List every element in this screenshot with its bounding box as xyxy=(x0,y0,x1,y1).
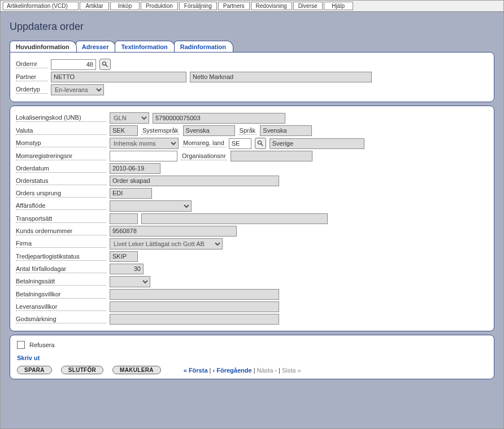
unb-label: Lokaliseringskod (UNB) xyxy=(16,114,106,122)
tredjepart-label: Tredjepartlogistikstatus xyxy=(16,253,106,261)
sprak-field: Svenska xyxy=(260,125,312,136)
firma-select[interactable]: Livet Leker Lättlagat och Gott AB xyxy=(110,238,223,249)
pager-next: Nästa › xyxy=(257,367,277,374)
menu-forsaljning[interactable]: Försäljning xyxy=(179,2,217,10)
momstyp-select[interactable]: Inhemsk moms xyxy=(110,138,179,149)
valuta-field[interactable]: SEK xyxy=(110,125,138,136)
menu-hjalp[interactable]: Hjälp xyxy=(324,2,353,10)
betsatt-select[interactable] xyxy=(110,276,150,287)
tab-adresser[interactable]: Adresser xyxy=(76,41,116,52)
tab-huvudinformation[interactable]: Huvudinformation xyxy=(10,41,77,52)
unb-value-field[interactable]: 5790000075003 xyxy=(153,113,285,124)
betvillkor-label: Betalningsvillkor xyxy=(16,291,106,299)
godsmark-field[interactable] xyxy=(110,314,279,325)
menu-artikelinfo[interactable]: Artikelinformation (VCD) xyxy=(3,2,79,10)
orgnr-label: Organisationsnr xyxy=(181,152,227,160)
orderdatum-label: Orderdatum xyxy=(16,165,106,173)
svg-point-2 xyxy=(258,141,261,145)
levvillkor-label: Leveransvillkor xyxy=(16,303,106,311)
forfall-label: Antal förfallodagar xyxy=(16,265,106,273)
menu-partners[interactable]: Partners xyxy=(218,2,250,10)
momsreg-land-name-field: Sverige xyxy=(270,138,364,149)
magnifier-icon xyxy=(257,140,264,147)
svg-line-3 xyxy=(261,144,263,146)
ordertyp-label: Ordertyp xyxy=(16,86,47,94)
momsreg-land-label: Momsreg. land xyxy=(182,139,225,147)
pager-prev[interactable]: ‹ Föregående xyxy=(213,367,252,374)
transport-label: Transportsätt xyxy=(16,215,106,223)
panel-footer: Refusera Skriv ut SPARA SLUTFÖR MAKULERA… xyxy=(10,335,494,379)
betsatt-label: Betalningssätt xyxy=(16,278,106,286)
svg-line-1 xyxy=(106,65,108,67)
refusera-checkbox[interactable] xyxy=(17,341,25,349)
affarsflode-select[interactable] xyxy=(110,200,192,212)
syssprak-label: Systemspråk xyxy=(141,127,180,135)
orderstatus-field: Order skapad xyxy=(110,176,279,186)
firma-label: Firma xyxy=(16,240,106,248)
refusera-label: Refusera xyxy=(28,342,56,349)
magnifier-icon xyxy=(102,61,108,68)
momsregnr-input[interactable] xyxy=(110,151,177,161)
kundord-field[interactable]: 9560878 xyxy=(110,226,237,237)
sprak-label: Språk xyxy=(238,127,257,135)
forfall-field[interactable]: 30 xyxy=(110,264,144,274)
page-title: Uppdatera order xyxy=(10,21,494,33)
ordertyp-select[interactable]: En-leverans xyxy=(51,84,104,95)
orderdatum-field[interactable]: 2010-06-19 xyxy=(110,163,160,174)
godsmark-label: Godsmärkning xyxy=(16,316,106,323)
orgnr-field xyxy=(231,151,312,161)
partner-label: Partner xyxy=(16,73,47,81)
unb-type-select[interactable]: GLN xyxy=(110,112,149,124)
partner-name-field: Netto Marknad xyxy=(190,72,372,82)
panel-details: Lokaliseringskod (UNB) GLN 5790000075003… xyxy=(10,106,494,331)
orderstatus-label: Orderstatus xyxy=(16,177,106,185)
partner-code-field[interactable]: NETTO xyxy=(51,72,186,82)
tab-bar: Huvudinformation Adresser Textinformatio… xyxy=(10,41,494,52)
valuta-label: Valuta xyxy=(16,127,106,135)
ursprung-field: EDI xyxy=(110,188,152,199)
pager: « Första | ‹ Föregående | Nästa › | Sist… xyxy=(184,367,301,374)
ursprung-label: Orders ursprung xyxy=(16,190,106,198)
pager-last: Sista » xyxy=(282,367,301,374)
spara-button[interactable]: SPARA xyxy=(17,366,52,374)
betvillkor-field[interactable] xyxy=(110,289,279,300)
levvillkor-field[interactable] xyxy=(110,301,279,312)
makulera-button[interactable]: MAKULERA xyxy=(112,366,161,374)
affarsflode-label: Affärsflöde xyxy=(16,202,106,210)
pager-first[interactable]: « Första xyxy=(184,367,208,374)
main-menubar: Artikelinformation (VCD) Artiklar Inköp … xyxy=(1,1,503,12)
momsreg-land-lookup-button[interactable] xyxy=(255,138,266,149)
ordernr-lookup-button[interactable] xyxy=(99,59,111,70)
syssprak-field: Svenska xyxy=(183,125,235,136)
transport-name-field xyxy=(141,213,328,224)
menu-produktion[interactable]: Produktion xyxy=(141,2,178,10)
menu-redovisning[interactable]: Redovisning xyxy=(251,2,292,10)
menu-diverse[interactable]: Diverse xyxy=(293,2,323,10)
transport-code-field[interactable] xyxy=(110,213,138,224)
tab-radinformation[interactable]: Radinformation xyxy=(174,41,233,52)
ordernr-label: Ordernr xyxy=(16,60,47,68)
ordernr-input[interactable]: 48 xyxy=(51,59,96,70)
momstyp-label: Momstyp xyxy=(16,139,106,147)
panel-basic: Ordernr 48 Partner NETTO Netto Marknad O… xyxy=(10,52,494,102)
skrivut-link[interactable]: Skriv ut xyxy=(17,354,487,361)
menu-artiklar[interactable]: Artiklar xyxy=(80,2,109,10)
menu-inkop[interactable]: Inköp xyxy=(110,2,140,10)
slutfor-button[interactable]: SLUTFÖR xyxy=(61,366,103,374)
tab-textinformation[interactable]: Textinformation xyxy=(115,41,175,52)
kundord-label: Kunds ordernummer xyxy=(16,227,106,235)
tredjepart-field: SKIP xyxy=(110,251,138,262)
momsreg-land-field[interactable]: SE xyxy=(229,138,251,149)
svg-point-0 xyxy=(103,62,106,65)
momsregnr-label: Momsregistreringsnr xyxy=(16,152,106,160)
